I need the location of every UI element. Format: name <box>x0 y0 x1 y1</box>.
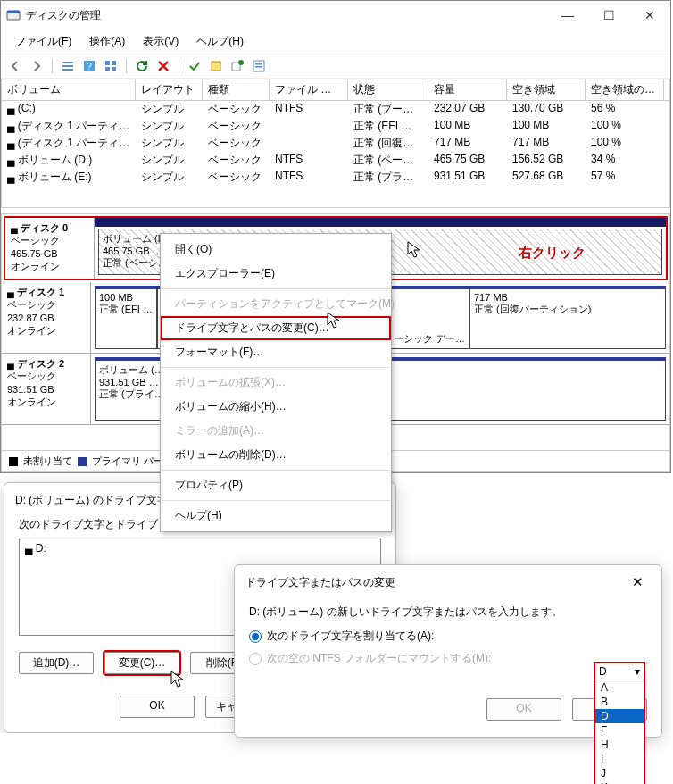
radio-mount-folder: 次の空の NTFS フォルダーにマウントする(M): <box>249 651 647 666</box>
svg-rect-15 <box>255 63 262 65</box>
table-row[interactable]: ▄ (ディスク 1 パーティショ…シンプルベーシック正常 (EFI …100 M… <box>2 118 669 135</box>
table-row[interactable]: ▄ (ディスク 1 パーティショ…シンプルベーシック正常 (回復…717 MB7… <box>2 135 669 152</box>
svg-point-13 <box>238 60 244 65</box>
chevron-down-icon: ▾ <box>635 665 640 678</box>
close-button[interactable]: ✕ <box>629 1 670 29</box>
disk-1-efi[interactable]: 100 MB 正常 (EFI … <box>95 286 157 349</box>
disk-management-window: ディスクの管理 — ☐ ✕ ファイル(F) 操作(A) 表示(V) ヘルプ(H)… <box>0 0 671 473</box>
col-volume[interactable]: ボリューム <box>2 79 136 100</box>
disk-0-info: ▄ ディスク 0 ベーシック 465.75 GB オンライン <box>5 218 95 279</box>
dropdown-option[interactable]: F <box>595 723 644 733</box>
svg-rect-9 <box>105 67 110 71</box>
svg-rect-7 <box>105 61 110 65</box>
delete-icon[interactable] <box>154 57 172 75</box>
titlebar: ディスクの管理 — ☐ ✕ <box>1 1 670 29</box>
dropdown-option[interactable]: D <box>595 709 644 723</box>
dlg1-change-button[interactable]: 変更(C)… <box>104 652 179 674</box>
disk-1-info: ▄ ディスク 1 ベーシック 232.87 GB オンライン <box>2 282 91 353</box>
dropdown-option[interactable]: B <box>595 695 644 709</box>
forward-button[interactable] <box>28 57 46 75</box>
col-type[interactable]: 種類 <box>203 79 270 100</box>
svg-rect-1 <box>7 11 20 13</box>
col-fs[interactable]: ファイル システム <box>270 79 348 100</box>
app-icon <box>6 8 21 22</box>
ctx-properties[interactable]: プロパティ(P) <box>161 473 391 497</box>
svg-rect-11 <box>212 62 220 71</box>
disk-hdd-icon: ▄ <box>7 287 14 297</box>
col-pct[interactable]: 空き領域の割… <box>586 79 664 100</box>
volumes-list[interactable]: ▄ (C:)シンプルベーシックNTFS正常 (ブート…232.07 GB130.… <box>1 101 670 208</box>
disk-hdd-icon: ▄ <box>11 222 18 233</box>
dlg2-title: ドライブ文字またはパスの変更 <box>245 575 624 590</box>
svg-rect-16 <box>255 66 262 68</box>
ctx-format[interactable]: フォーマット(F)… <box>161 340 391 364</box>
volumes-header: ボリューム レイアウト 種類 ファイル システム 状態 容量 空き領域 空き領域… <box>1 79 670 101</box>
dlg2-ok-button[interactable]: OK <box>486 698 561 721</box>
svg-rect-3 <box>62 65 73 67</box>
col-status[interactable]: 状態 <box>348 79 428 100</box>
col-layout[interactable]: レイアウト <box>136 79 203 100</box>
ctx-explorer[interactable]: エクスプローラー(E) <box>161 262 391 286</box>
menu-action[interactable]: 操作(A) <box>80 31 134 52</box>
refresh-icon[interactable] <box>133 57 151 75</box>
menu-help[interactable]: ヘルプ(H) <box>187 31 253 52</box>
svg-rect-8 <box>112 61 116 65</box>
help-icon[interactable]: ? <box>80 57 98 75</box>
view-list-icon[interactable] <box>102 57 120 75</box>
ctx-mark-active: パーティションをアクティブとしてマーク(M) <box>161 292 391 316</box>
table-row[interactable]: ▄ (C:)シンプルベーシックNTFS正常 (ブート…232.07 GB130.… <box>2 101 669 118</box>
view-details-icon[interactable] <box>59 57 77 75</box>
ctx-help[interactable]: ヘルプ(H) <box>161 504 391 528</box>
dlg2-close-button[interactable]: ✕ <box>624 574 651 590</box>
ctx-mirror: ミラーの追加(A)… <box>161 419 391 443</box>
back-button[interactable] <box>6 57 24 75</box>
menu-file[interactable]: ファイル(F) <box>6 31 80 52</box>
disk-hdd-icon: ▄ <box>7 358 14 369</box>
ctx-shrink[interactable]: ボリュームの縮小(H)… <box>161 395 391 419</box>
ctx-extend: ボリュームの拡張(X)… <box>161 371 391 395</box>
drive-letter-dropdown[interactable]: D ▾ ABDFHIJK <box>594 662 645 733</box>
svg-rect-2 <box>62 62 73 63</box>
check-icon[interactable] <box>186 57 204 75</box>
context-menu: 開く(O) エクスプローラー(E) パーティションをアクティブとしてマーク(M)… <box>160 233 392 532</box>
menubar: ファイル(F) 操作(A) 表示(V) ヘルプ(H) <box>1 29 670 54</box>
svg-rect-10 <box>112 67 116 71</box>
dlg1-ok-button[interactable]: OK <box>120 696 195 718</box>
menu-view[interactable]: 表示(V) <box>134 31 187 52</box>
maximize-button[interactable]: ☐ <box>588 1 629 29</box>
drive-icon: ▄ <box>25 542 36 555</box>
disk-1-recovery[interactable]: 717 MB 正常 (回復パーティション) <box>469 286 666 349</box>
radio-assign-letter[interactable]: 次のドライブ文字を割り当てる(A): <box>249 629 647 644</box>
col-capacity[interactable]: 容量 <box>428 79 507 100</box>
ctx-change-letter[interactable]: ドライブ文字とパスの変更(C)… <box>161 316 391 340</box>
table-row[interactable]: ▄ ボリューム (E:)シンプルベーシックNTFS正常 (プラ…931.51 G… <box>2 169 669 186</box>
table-row[interactable]: ▄ ボリューム (D:)シンプルベーシックNTFS正常 (ペー…465.75 G… <box>2 152 669 169</box>
svg-text:?: ? <box>87 62 92 71</box>
dlg2-message: D: (ボリューム) の新しいドライブ文字またはパスを入力します。 <box>249 605 647 620</box>
new-icon[interactable] <box>207 57 225 75</box>
toolbar: ? <box>1 54 670 79</box>
radio-on-icon <box>249 630 262 643</box>
window-title: ディスクの管理 <box>26 8 547 23</box>
radio-off-icon <box>249 653 262 665</box>
dlg1-list-entry[interactable]: ▄ D: <box>25 542 375 555</box>
col-free[interactable]: 空き領域 <box>507 79 586 100</box>
dlg1-add-button[interactable]: 追加(D)… <box>19 652 94 674</box>
disk-2-info: ▄ ディスク 2 ベーシック 931.51 GB オンライン <box>2 354 91 424</box>
action-icon[interactable] <box>228 57 246 75</box>
minimize-button[interactable]: — <box>547 1 588 29</box>
ctx-delete[interactable]: ボリュームの削除(D)… <box>161 443 391 467</box>
props-icon[interactable] <box>250 57 268 75</box>
dropdown-selected: D <box>599 665 607 678</box>
svg-rect-4 <box>62 69 73 71</box>
dropdown-option[interactable]: A <box>595 680 644 695</box>
ctx-open[interactable]: 開く(O) <box>161 238 391 262</box>
assign-letter-dialog: ドライブ文字またはパスの変更 ✕ D: (ボリューム) の新しいドライブ文字また… <box>234 564 662 733</box>
